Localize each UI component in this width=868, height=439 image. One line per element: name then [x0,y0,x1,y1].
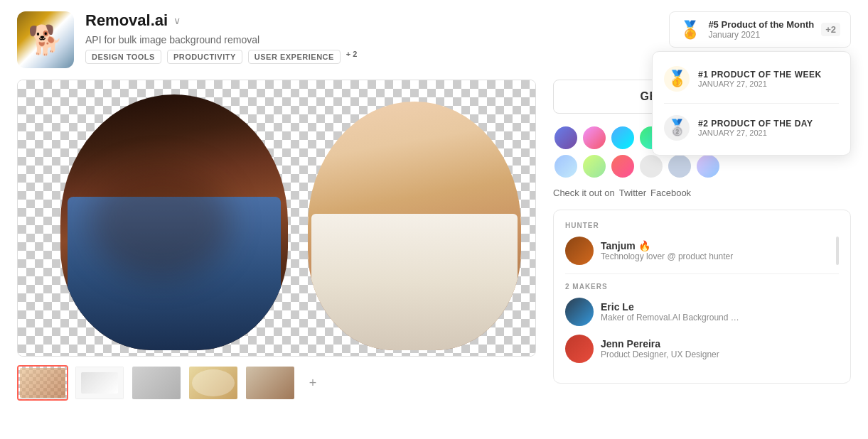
maker-1-name: Eric Le [601,301,839,313]
maker-1-info: Eric Le Maker of Removal.AI Background R… [601,301,839,323]
twitter-link[interactable]: Twitter [619,188,646,198]
avatar-placeholder[interactable] [638,153,664,179]
product-tagline: API for bulk image background removal [85,34,357,45]
award-text: #5 Product of the Month January 2021 [708,19,814,40]
award-week-rank: #1 PRODUCT OF THE WEEK [698,70,822,80]
award-week-date: JANUARY 27, 2021 [698,80,822,88]
tag-design-tools[interactable]: DESIGN TOOLS [85,50,161,64]
avatar-3[interactable] [610,125,636,151]
maker-2-name: Jenn Pereira [601,338,839,349]
product-tags: DESIGN TOOLS PRODUCTIVITY USER EXPERIENC… [85,50,357,64]
hunter-row: Tanjum 🔥 Technology lover @ product hunt… [565,237,839,265]
thumbnail-4[interactable] [188,365,239,401]
award-week-text: #1 PRODUCT OF THE WEEK JANUARY 27, 2021 [698,70,822,88]
award-rank: #5 Product of the Month [708,19,814,30]
facebook-link[interactable]: Facebook [650,188,691,198]
award-period: January 2021 [708,30,814,40]
product-logo: 🐕 [17,11,74,68]
avatar-2[interactable] [582,125,607,151]
hunter-bio: Technology lover @ product hunter [601,251,743,261]
award-week-icon: 🥇 [664,66,690,92]
hunter-label: HUNTER [565,222,839,229]
avatar-1[interactable] [553,125,579,151]
award-plus-count: +2 [821,23,840,36]
avatar-11[interactable] [582,153,607,179]
maker-1-row: Eric Le Maker of Removal.AI Background R… [565,298,839,326]
maker-2-row: Jenn Pereira Product Designer, UX Design… [565,335,839,363]
thumbnail-1[interactable] [17,365,68,401]
product-title: Removal.ai [85,11,168,30]
award-badge[interactable]: 🏅 #5 Product of the Month January 2021 +… [669,11,851,48]
header-right: 🏅 #5 Product of the Month January 2021 +… [669,11,851,48]
product-title-row: Removal.ai ∨ [85,11,357,30]
product-info: Removal.ai ∨ API for bulk image backgrou… [85,11,357,64]
tag-more[interactable]: + 2 [346,50,358,64]
share-row: Check it out on Twitter Facebook [553,188,851,198]
people-panel: HUNTER Tanjum 🔥 Technology lover @ produ… [553,210,851,384]
tag-user-experience[interactable]: USER EXPERIENCE [248,50,341,64]
hunter-info: Tanjum 🔥 Technology lover @ product hunt… [601,240,829,261]
page-container: 🐕 Removal.ai ∨ API for bulk image backgr… [0,0,868,412]
person-right [308,102,521,350]
maker-1-avatar [565,298,594,326]
shadow [89,166,231,279]
award-day-date: JANUARY 27, 2021 [698,129,813,137]
hunter-name: Tanjum 🔥 [601,240,829,251]
share-label: Check it out on [553,188,615,198]
award-divider [664,103,839,104]
header-left: 🐕 Removal.ai ∨ API for bulk image backgr… [17,11,357,68]
award-day-text: #2 PRODUCT OF THE DAY JANUARY 27, 2021 [698,119,813,137]
thumbnail-3[interactable] [131,365,182,401]
tag-productivity[interactable]: PRODUCTIVITY [167,50,242,64]
award-day-rank: #2 PRODUCT OF THE DAY [698,119,813,129]
thumbnail-strip: + [17,365,536,401]
maker-2-bio: Product Designer, UX Designer [601,349,743,359]
award-item-week[interactable]: 🥇 #1 PRODUCT OF THE WEEK JANUARY 27, 202… [653,58,850,100]
hunter-avatar [565,237,594,265]
panel-divider [565,273,839,274]
maker-2-info: Jenn Pereira Product Designer, UX Design… [601,338,839,359]
maker-1-bio: Maker of Removal.AI Background Re... [601,313,743,323]
avatar-10[interactable] [553,153,579,179]
panel-scroll-hint [836,237,839,265]
awards-dropdown: 🥇 #1 PRODUCT OF THE WEEK JANUARY 27, 202… [652,51,851,156]
award-medal-icon: 🏅 [680,20,701,40]
thumbnail-5[interactable] [245,365,296,401]
thumbnail-2[interactable] [74,365,125,401]
shirt-right [311,214,518,351]
main-image [17,80,536,357]
avatar-12[interactable] [610,153,636,179]
left-column: + [17,80,536,401]
avatar-13[interactable] [667,153,692,179]
maker-2-avatar [565,335,594,363]
avatar-14[interactable] [695,153,721,179]
award-day-icon: 🥈 [664,115,690,141]
product-logo-image: 🐕 [17,11,74,68]
makers-label: 2 MAKERS [565,283,839,291]
header: 🐕 Removal.ai ∨ API for bulk image backgr… [17,11,851,68]
chevron-down-icon[interactable]: ∨ [173,15,181,26]
award-item-day[interactable]: 🥈 #2 PRODUCT OF THE DAY JANUARY 27, 2021 [653,107,850,149]
thumbnail-add-button[interactable]: + [301,365,324,401]
